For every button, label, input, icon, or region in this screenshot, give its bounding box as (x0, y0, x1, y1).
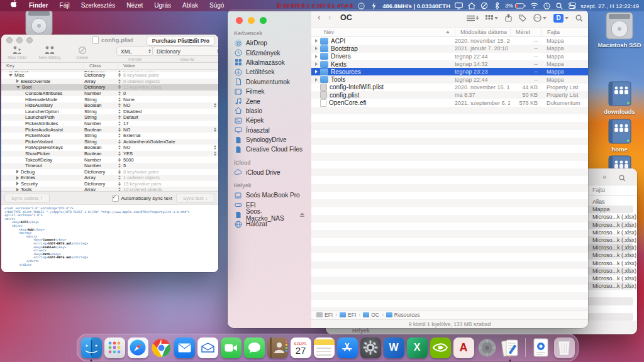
dock-item-safari[interactable] (127, 336, 148, 359)
sidebar-item-filmek[interactable]: Filmek (228, 87, 311, 96)
sidebar-item-synologydrive[interactable]: SynologyDrive (228, 135, 311, 145)
bluetooth-icon[interactable] (492, 2, 501, 9)
new-sibling-button[interactable]: New Sibling (38, 46, 62, 60)
menu-edit[interactable]: Szerkesztés (75, 0, 121, 11)
disclosure-triangle-icon[interactable] (16, 188, 19, 191)
value-stepper-icon[interactable] (118, 151, 121, 156)
value-stepper-icon[interactable] (118, 103, 121, 107)
plist-row[interactable]: SecurityDictionary15 key/value pairs (1, 181, 218, 187)
dock-item-excel[interactable]: X (406, 336, 428, 359)
dock-item-trash[interactable] (553, 336, 575, 359)
path-item-efi[interactable]: EFI (340, 312, 356, 318)
column-key[interactable]: Key (1, 63, 84, 69)
dock-item-mail[interactable] (174, 336, 195, 359)
coin-icon[interactable] (357, 2, 365, 9)
sidebar-item-alkalmaz-sok[interactable]: Alkalmazások (228, 58, 311, 67)
dock-item-finder[interactable] (80, 336, 102, 359)
back-button[interactable]: ‹ (318, 12, 321, 22)
column-class[interactable]: Class (84, 63, 118, 69)
apple-menu[interactable] (5, 0, 23, 11)
zoom-button[interactable] (26, 37, 33, 43)
clock-icon[interactable] (543, 2, 551, 9)
dock-item-chrome[interactable] (150, 336, 172, 359)
file-row-opencore-efi[interactable]: OpenCore.efi2021. szeptember 6. 23:09578… (311, 99, 588, 106)
disclosure-triangle-icon[interactable] (16, 86, 20, 89)
sidebar-item-icloud-drive[interactable]: iCloud Drive (228, 168, 311, 177)
sidebar-item-blasio[interactable]: blasio (228, 106, 311, 116)
file-row-config-intelwifi-plist[interactable]: config-IntelWifi.plist2020. november 15.… (311, 84, 588, 91)
dock-item-spark[interactable] (197, 336, 218, 359)
column-value[interactable]: Value (118, 63, 218, 69)
plist-row[interactable]: TakeoffDelayNumber5000 (1, 156, 218, 163)
wifi-icon[interactable] (530, 2, 538, 9)
value-stepper-icon[interactable] (118, 115, 121, 119)
disclosure-triangle-icon[interactable] (9, 74, 13, 77)
delete-button[interactable]: Delete (70, 46, 94, 60)
sidebar-item-creative-cloud-files[interactable]: Creative Cloud Files (228, 145, 311, 154)
plist-titlebar[interactable]: config.plist Purchase PlistEdit Pro (1, 35, 218, 45)
column-date[interactable]: Módosítás dátuma (455, 28, 510, 36)
network-off-icon[interactable] (480, 2, 488, 9)
plist-row[interactable]: ShowPickerBooleanYES (1, 151, 218, 157)
menu-go[interactable]: Ugrás (148, 0, 177, 11)
crypto-ticker[interactable]: ₿ 43 878 $ Ξ 3 107 $ Ł 47,4 $ (277, 3, 353, 9)
disclosure-triangle-icon[interactable] (16, 170, 19, 173)
column-size[interactable]: Méret (510, 28, 541, 36)
minimize-button[interactable] (248, 17, 255, 24)
dock-item-autocad[interactable]: A (453, 336, 474, 359)
sidebar-item-soos-maczko-nas[interactable]: Soos-Maczko_NAS (228, 210, 311, 219)
path-item-efi[interactable]: EFI (316, 312, 333, 318)
disclosure-chevron-icon[interactable] (315, 62, 318, 66)
disclosure-triangle-icon[interactable] (16, 79, 19, 83)
plist-row[interactable]: EntriesArray1 ordered objects (1, 175, 218, 181)
dock-item-calendar[interactable]: SZEPT.27 (290, 336, 311, 359)
value-stepper-icon[interactable] (118, 163, 121, 168)
toolbar-overflow-icon[interactable]: » (602, 173, 606, 180)
format-popup[interactable]: XML (116, 47, 153, 56)
desktop-icon-drive-partial[interactable] (19, 9, 59, 36)
boolean-popup-icon[interactable] (214, 103, 216, 107)
plist-row[interactable]: HideAuxiliaryBooleanNO (1, 102, 218, 109)
dock-item-notes[interactable] (313, 336, 335, 359)
value-stepper-icon[interactable] (118, 73, 121, 77)
menu-view[interactable]: Nézet (121, 0, 148, 11)
close-button[interactable] (236, 17, 243, 24)
dock-item-messages[interactable] (243, 336, 265, 359)
menu-help[interactable]: Súgó (204, 0, 230, 11)
dock-item-docstack[interactable] (530, 336, 552, 359)
column-kind[interactable]: Fajta (592, 187, 605, 193)
plist-xml-source[interactable]: <?xml version="1.0" encoding="UTF-8"?><!… (1, 204, 218, 272)
purchase-button[interactable]: Purchase PlistEdit Pro (147, 36, 215, 46)
home-icon[interactable] (467, 2, 475, 9)
view-list-button[interactable] (467, 15, 479, 21)
path-item-resources[interactable]: Resources (386, 312, 420, 318)
plist-row[interactable]: LauncherPathStringDefault (1, 114, 218, 121)
value-stepper-icon[interactable] (118, 170, 121, 174)
disclosure-chevron-icon[interactable] (315, 47, 318, 50)
plist-row[interactable]: PollAppleHotKeysBooleanNO (1, 145, 218, 151)
plist-row[interactable]: DebugDictionary8 key/value pairs (1, 169, 218, 175)
disclosure-triangle-icon[interactable] (16, 176, 19, 180)
more-actions-button[interactable] (533, 14, 547, 22)
sidebar-item-airdrop[interactable]: AirDrop (228, 38, 311, 48)
sync-text-button[interactable]: Sync text ↓ (176, 194, 214, 203)
dock-item-graydisc[interactable] (476, 336, 497, 359)
group-button[interactable] (486, 15, 498, 21)
boolean-popup-icon[interactable] (214, 128, 216, 132)
desktop-icon-downloads[interactable]: downloads (599, 80, 640, 115)
value-stepper-icon[interactable] (118, 109, 121, 114)
value-stepper-icon[interactable] (118, 128, 121, 132)
file-row-kexts[interactable]: Kextstegnap 14:32--Mappa (311, 60, 588, 68)
battery-status[interactable]: 3% (505, 3, 526, 9)
dock-item-contacts[interactable] (267, 336, 288, 359)
mining-bolt-icon[interactable] (370, 2, 378, 9)
minimize-button[interactable] (16, 37, 23, 43)
hashrate-status[interactable]: 486.8MH/s | 0.03340ETH (382, 3, 450, 9)
plist-row[interactable]: PickerAudioAssistBooleanNO (1, 126, 218, 133)
finder-window[interactable]: KedvencekAirDropElőzményekAlkalmazásokLe… (228, 9, 588, 328)
search-icon[interactable] (555, 2, 564, 9)
dock-item-word[interactable]: W (383, 336, 404, 359)
desktop-icon-home[interactable]: home (599, 118, 640, 153)
plist-row[interactable]: PickerVariantStringAcidanthera\GoldenGat… (1, 139, 218, 145)
value-stepper-icon[interactable] (118, 175, 121, 180)
